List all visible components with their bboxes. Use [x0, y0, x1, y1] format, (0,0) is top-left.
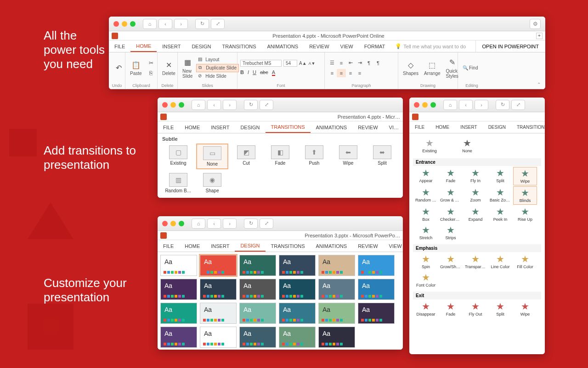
anim-disappear[interactable]: ★Disappear: [414, 300, 438, 318]
tab-review[interactable]: REVIEW: [352, 121, 383, 133]
close-icon[interactable]: [162, 221, 168, 226]
transition-existing[interactable]: ▢Existing: [162, 144, 194, 169]
tab-file[interactable]: FILE: [109, 40, 130, 52]
reload-icon[interactable]: ↻: [244, 100, 258, 110]
theme-22[interactable]: Aa: [318, 327, 355, 348]
transition-randomb[interactable]: ▥Random B…: [162, 171, 194, 195]
anim-fillcolor[interactable]: ★Fill Color: [513, 253, 537, 270]
anim-wipe[interactable]: ★Wipe: [513, 167, 537, 185]
transition-split[interactable]: ⬌Split: [366, 144, 398, 169]
theme-14[interactable]: Aa: [239, 303, 276, 324]
anim-basiczoom[interactable]: ★Basic Zoom: [488, 186, 512, 205]
font-name-select[interactable]: Trebuchet MS: [240, 60, 282, 67]
tab-view[interactable]: VIEW: [335, 40, 359, 52]
tab-vi…[interactable]: VI…: [384, 121, 403, 133]
tab-insert[interactable]: INSERT: [455, 121, 483, 133]
back-icon[interactable]: ‹: [207, 218, 221, 229]
anim-checkerb[interactable]: ★Checkerb…: [439, 206, 463, 223]
bullets-icon[interactable]: ☰: [328, 59, 337, 67]
reload-icon[interactable]: ↻: [195, 19, 209, 29]
tab-review[interactable]: REVIEW: [352, 240, 383, 252]
anim-fontcolor[interactable]: ★Font Color: [414, 271, 438, 289]
anim-spin[interactable]: ★Spin: [414, 253, 438, 270]
align-left-icon[interactable]: ≡: [328, 69, 337, 77]
expand-icon[interactable]: ⤢: [260, 100, 273, 110]
theme-9[interactable]: Aa: [279, 279, 316, 300]
theme-6[interactable]: Aa: [160, 279, 197, 300]
reload-icon[interactable]: ↻: [496, 100, 509, 110]
tell-me-input[interactable]: 💡 Tell me what you want to do: [390, 40, 470, 52]
expand-icon[interactable]: ⤢: [211, 19, 225, 29]
tab-file[interactable]: FILE: [158, 240, 179, 252]
bold-button[interactable]: B: [240, 69, 244, 76]
anim-stretch[interactable]: ★Stretch: [414, 224, 438, 242]
justify-icon[interactable]: ≡: [355, 69, 364, 77]
copy-icon[interactable]: ⎘: [146, 69, 157, 78]
tab-animations[interactable]: ANIMATIONS: [311, 240, 353, 252]
theme-0[interactable]: Aa: [160, 255, 197, 276]
forward-icon[interactable]: ›: [223, 218, 237, 229]
align-right-icon[interactable]: ≡: [346, 69, 355, 77]
anim-fade[interactable]: ★Fade: [439, 167, 463, 185]
anim-box[interactable]: ★Box: [414, 206, 438, 223]
tab-format[interactable]: FORMAT: [359, 40, 391, 52]
forward-icon[interactable]: ›: [223, 100, 237, 110]
theme-11[interactable]: Aa: [358, 279, 395, 300]
tab-file[interactable]: FILE: [409, 121, 430, 133]
anim-linecolor[interactable]: ★Line Color: [488, 253, 512, 270]
theme-8[interactable]: Aa: [239, 279, 276, 300]
theme-5[interactable]: Aa: [358, 255, 395, 276]
home-icon[interactable]: ⌂: [143, 19, 157, 29]
maximize-icon[interactable]: [430, 102, 436, 108]
theme-18[interactable]: Aa: [160, 327, 197, 348]
minimize-icon[interactable]: [170, 221, 176, 226]
layout-button[interactable]: ▤Layout: [196, 56, 239, 63]
align-center-icon[interactable]: ≡: [337, 69, 346, 77]
theme-16[interactable]: Aa: [318, 303, 355, 324]
tab-animations[interactable]: ANIMATIONS: [262, 40, 304, 52]
tab-home[interactable]: HOME: [179, 121, 205, 133]
strike-button[interactable]: abc: [260, 69, 268, 76]
tab-design[interactable]: DESIGN: [235, 240, 265, 252]
theme-20[interactable]: Aa: [239, 327, 276, 348]
anim-transpare[interactable]: ★Transpare…: [464, 253, 487, 270]
anim-none[interactable]: ★None: [455, 137, 479, 155]
tab-review[interactable]: REVIEW: [304, 40, 334, 52]
theme-12[interactable]: Aa: [160, 303, 197, 324]
expand-icon[interactable]: ⤢: [511, 100, 525, 110]
transition-none[interactable]: ▭None: [196, 144, 228, 169]
theme-4[interactable]: Aa: [318, 255, 355, 276]
shapes-button[interactable]: ◇Shapes: [401, 59, 420, 77]
duplicate-slide-button[interactable]: ⧉Duplicate Slide: [196, 64, 239, 72]
find-button[interactable]: 🔍 Find: [461, 65, 480, 71]
anim-split[interactable]: ★Split: [488, 167, 512, 185]
undo-button[interactable]: ↶: [112, 62, 125, 74]
maximize-icon[interactable]: [179, 102, 184, 108]
indent-icon[interactable]: ⇥: [355, 59, 364, 67]
gear-icon[interactable]: ⚙: [530, 19, 541, 29]
tab-design[interactable]: DESIGN: [186, 40, 216, 52]
transition-shape[interactable]: ◉Shape: [196, 171, 228, 195]
forward-icon[interactable]: ›: [475, 100, 488, 110]
minimize-icon[interactable]: [422, 102, 428, 108]
anim-appear[interactable]: ★Appear: [414, 167, 438, 185]
theme-2[interactable]: Aa: [239, 255, 276, 276]
anim-growshri[interactable]: ★Grow/Shri…: [439, 253, 463, 270]
tab-design[interactable]: DESIGN: [235, 121, 265, 133]
theme-19[interactable]: Aa: [200, 327, 237, 348]
tab-home[interactable]: HOME: [130, 40, 157, 52]
theme-15[interactable]: Aa: [279, 303, 316, 324]
font-size-select[interactable]: 54: [283, 60, 297, 67]
anim-blinds[interactable]: ★Blinds: [513, 186, 537, 205]
theme-17[interactable]: Aa: [358, 303, 395, 324]
transition-push[interactable]: ⬆Push: [298, 144, 330, 169]
tab-insert[interactable]: INSERT: [205, 121, 235, 133]
tab-insert[interactable]: INSERT: [205, 240, 235, 252]
back-icon[interactable]: ‹: [207, 100, 221, 110]
anim-zoom[interactable]: ★Zoom: [464, 186, 487, 205]
rtl-icon[interactable]: ¶: [373, 59, 383, 67]
close-icon[interactable]: [414, 102, 419, 108]
new-slide-button[interactable]: ▦New Slide: [181, 57, 194, 80]
ltr-icon[interactable]: ¶: [364, 59, 373, 67]
font-color-button[interactable]: A: [272, 69, 275, 76]
